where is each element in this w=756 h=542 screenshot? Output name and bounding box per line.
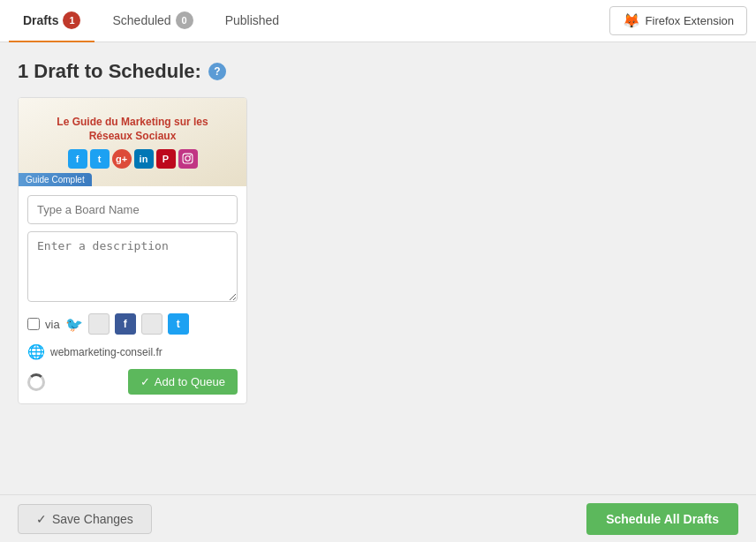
- card-badge: Guide Complet: [19, 173, 92, 186]
- tab-scheduled[interactable]: Scheduled 0: [98, 0, 207, 42]
- firefox-extension-button[interactable]: 🦊 Firefox Extension: [609, 6, 747, 35]
- svg-rect-0: [183, 154, 193, 163]
- drafts-badge: 1: [63, 11, 80, 29]
- card-image-title: Le Guide du Marketing sur les Réseaux So…: [57, 116, 208, 143]
- social-icons-row: f t g+ in P: [57, 149, 208, 169]
- svg-point-1: [185, 156, 190, 161]
- source-url: webmarketing-conseil.fr: [50, 346, 163, 358]
- tab-drafts-label: Drafts: [23, 13, 58, 27]
- twitter-social-icon: f: [68, 149, 87, 169]
- draft-card: Le Guide du Marketing sur les Réseaux So…: [18, 97, 247, 404]
- check-icon: ✓: [140, 375, 150, 388]
- linkedin-social-icon: in: [134, 149, 154, 169]
- page-title-text: 1 Draft to Schedule:: [18, 60, 201, 83]
- scheduled-badge: 0: [176, 11, 193, 29]
- source-row: 🌐 webmarketing-conseil.fr: [27, 343, 238, 360]
- via-row: via 🐦 f t: [27, 313, 238, 335]
- tab-scheduled-label: Scheduled: [112, 13, 170, 27]
- via-bird-icon: 🐦: [65, 316, 83, 333]
- board-name-input[interactable]: [27, 195, 238, 224]
- via-facebook-btn[interactable]: f: [115, 313, 136, 335]
- main-content: 1 Draft to Schedule: ? Le Guide du Marke…: [0, 42, 756, 501]
- tab-bar: Drafts 1 Scheduled 0 Published 🦊 Firefox…: [0, 0, 756, 42]
- pinterest-social-icon: P: [156, 149, 176, 169]
- tab-published[interactable]: Published: [211, 0, 294, 42]
- description-textarea[interactable]: [27, 231, 238, 302]
- via-twitter-btn[interactable]: t: [168, 313, 189, 335]
- page-title: 1 Draft to Schedule: ?: [18, 60, 738, 83]
- twitter2-social-icon: t: [90, 149, 110, 169]
- help-icon[interactable]: ?: [208, 63, 226, 80]
- gplus-social-icon: g+: [112, 149, 132, 169]
- action-row: ✓ Add to Queue: [27, 369, 238, 395]
- tab-drafts[interactable]: Drafts 1: [9, 0, 94, 42]
- instagram-social-icon: [178, 149, 198, 169]
- card-body: via 🐦 f t 🌐 webmarketing-conseil.fr ✓ Ad…: [19, 186, 246, 403]
- add-to-queue-label: Add to Queue: [155, 375, 225, 388]
- via-gray-btn1[interactable]: [88, 313, 110, 335]
- loading-spinner: [27, 373, 45, 391]
- via-gray-btn2[interactable]: [141, 313, 163, 335]
- tab-published-label: Published: [225, 13, 280, 27]
- bottom-bar: ✓ Save Changes Schedule All Drafts: [0, 494, 756, 501]
- svg-point-2: [190, 155, 192, 157]
- add-to-queue-button[interactable]: ✓ Add to Queue: [128, 369, 238, 395]
- globe-icon: 🌐: [27, 343, 45, 360]
- via-label: via: [45, 318, 60, 331]
- firefox-icon: 🦊: [623, 12, 640, 29]
- card-image: Le Guide du Marketing sur les Réseaux So…: [19, 98, 246, 186]
- firefox-extension-label: Firefox Extension: [646, 14, 734, 27]
- via-checkbox[interactable]: [27, 318, 40, 330]
